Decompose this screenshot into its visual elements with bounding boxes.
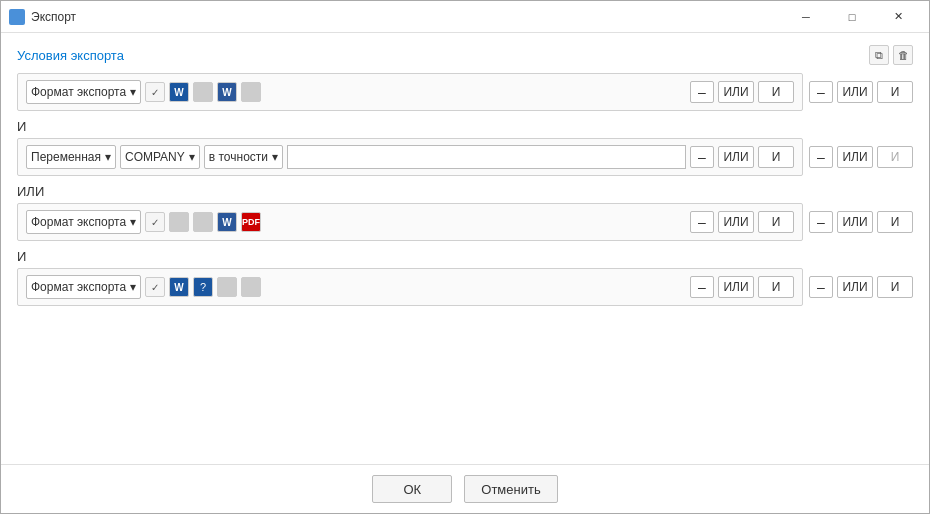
- row4-format-label: Формат экспорта: [31, 280, 126, 294]
- row1-wrapper: Формат экспорта ▾ ✓ W W – ИЛИ И: [17, 73, 913, 111]
- row4-side-btns: – ИЛИ И: [809, 276, 913, 298]
- row1-side-dash[interactable]: –: [809, 81, 833, 103]
- row2-var-label: Переменная: [31, 150, 101, 164]
- row2-side-or[interactable]: ИЛИ: [837, 146, 873, 168]
- export-window: Экспорт ─ □ ✕ Условия экспорта ⧉ 🗑 Форма…: [0, 0, 930, 514]
- row2-block: Переменная ▾ COMPANY ▾ в точности ▾: [17, 138, 803, 176]
- row4-side-dash[interactable]: –: [809, 276, 833, 298]
- row2-wrapper: Переменная ▾ COMPANY ▾ в точности ▾: [17, 138, 913, 176]
- row4-side-and[interactable]: И: [877, 276, 913, 298]
- row1-format-arrow: ▾: [130, 85, 136, 99]
- close-button[interactable]: ✕: [875, 1, 921, 33]
- row1-icon-check[interactable]: ✓: [145, 82, 165, 102]
- row4-dash[interactable]: –: [690, 276, 714, 298]
- row2-company-arrow: ▾: [189, 150, 195, 164]
- row1-icon-gray1[interactable]: [193, 82, 213, 102]
- row3-side-and[interactable]: И: [877, 211, 913, 233]
- copy-button[interactable]: ⧉: [869, 45, 889, 65]
- app-icon: [9, 9, 25, 25]
- row3-block: Формат экспорта ▾ ✓ W PDF – ИЛИ И: [17, 203, 803, 241]
- row3-and[interactable]: И: [758, 211, 794, 233]
- delete-button[interactable]: 🗑: [893, 45, 913, 65]
- row2-side-and[interactable]: И: [877, 146, 913, 168]
- section-title: Условия экспорта: [17, 48, 124, 63]
- row2-company-select[interactable]: COMPANY ▾: [120, 145, 200, 169]
- row3-side-dash[interactable]: –: [809, 211, 833, 233]
- row2-condition-label: в точности: [209, 150, 268, 164]
- connector1: И: [17, 115, 913, 138]
- row2-condition-arrow: ▾: [272, 150, 278, 164]
- row1-side-or[interactable]: ИЛИ: [837, 81, 873, 103]
- row3-icon-gray1[interactable]: [169, 212, 189, 232]
- row4-format-select[interactable]: Формат экспорта ▾: [26, 275, 141, 299]
- row4-icon-gray2[interactable]: [241, 277, 261, 297]
- row1-block: Формат экспорта ▾ ✓ W W – ИЛИ И: [17, 73, 803, 111]
- window-title: Экспорт: [31, 10, 783, 24]
- row4-icon-blue[interactable]: W: [169, 277, 189, 297]
- row4-icon-question[interactable]: ?: [193, 277, 213, 297]
- row4-and[interactable]: И: [758, 276, 794, 298]
- row2-side-dash[interactable]: –: [809, 146, 833, 168]
- row2-var-arrow: ▾: [105, 150, 111, 164]
- footer: ОК Отменить: [1, 464, 929, 513]
- row4-format-arrow: ▾: [130, 280, 136, 294]
- row1-format-label: Формат экспорта: [31, 85, 126, 99]
- row2-and[interactable]: И: [758, 146, 794, 168]
- row1-and[interactable]: И: [758, 81, 794, 103]
- ok-button[interactable]: ОК: [372, 475, 452, 503]
- row2-side-btns: – ИЛИ И: [809, 146, 913, 168]
- row3-format-arrow: ▾: [130, 215, 136, 229]
- row3-block-area: Формат экспорта ▾ ✓ W PDF – ИЛИ И: [17, 203, 803, 241]
- row3-dash[interactable]: –: [690, 211, 714, 233]
- row3-side-or[interactable]: ИЛИ: [837, 211, 873, 233]
- row1-dash[interactable]: –: [690, 81, 714, 103]
- row1-icon-blue[interactable]: W: [169, 82, 189, 102]
- section-actions: ⧉ 🗑: [869, 45, 913, 65]
- row3-icon-check[interactable]: ✓: [145, 212, 165, 232]
- row2-value-input[interactable]: [287, 145, 686, 169]
- cancel-button[interactable]: Отменить: [464, 475, 557, 503]
- row3-format-select[interactable]: Формат экспорта ▾: [26, 210, 141, 234]
- maximize-button[interactable]: □: [829, 1, 875, 33]
- row1-side-and[interactable]: И: [877, 81, 913, 103]
- row3-icon-pdf[interactable]: PDF: [241, 212, 261, 232]
- row1-block-area: Формат экспорта ▾ ✓ W W – ИЛИ И: [17, 73, 803, 111]
- row1-icon-word[interactable]: W: [217, 82, 237, 102]
- row1-side-btns: – ИЛИ И: [809, 81, 913, 103]
- row2-company-label: COMPANY: [125, 150, 185, 164]
- row3-icon-gray2[interactable]: [193, 212, 213, 232]
- row4-wrapper: Формат экспорта ▾ ✓ W ? – ИЛИ И – ИЛИ: [17, 268, 913, 306]
- row2-dash[interactable]: –: [690, 146, 714, 168]
- row3-icon-word[interactable]: W: [217, 212, 237, 232]
- connector3: И: [17, 245, 913, 268]
- row1-format-select[interactable]: Формат экспорта ▾: [26, 80, 141, 104]
- row3-or[interactable]: ИЛИ: [718, 211, 754, 233]
- row4-icon-gray1[interactable]: [217, 277, 237, 297]
- minimize-button[interactable]: ─: [783, 1, 829, 33]
- row2-var-select[interactable]: Переменная ▾: [26, 145, 116, 169]
- content-area: Условия экспорта ⧉ 🗑 Формат экспорта ▾ ✓…: [1, 33, 929, 464]
- row3-side-btns: – ИЛИ И: [809, 211, 913, 233]
- row1-icon-gray2[interactable]: [241, 82, 261, 102]
- row2-condition-select[interactable]: в точности ▾: [204, 145, 283, 169]
- row3-format-label: Формат экспорта: [31, 215, 126, 229]
- title-bar: Экспорт ─ □ ✕: [1, 1, 929, 33]
- connector2: ИЛИ: [17, 180, 913, 203]
- section-header: Условия экспорта ⧉ 🗑: [17, 45, 913, 65]
- row4-block-area: Формат экспорта ▾ ✓ W ? – ИЛИ И: [17, 268, 803, 306]
- row2-or[interactable]: ИЛИ: [718, 146, 754, 168]
- window-controls: ─ □ ✕: [783, 1, 921, 33]
- row3-wrapper: Формат экспорта ▾ ✓ W PDF – ИЛИ И – ИЛИ: [17, 203, 913, 241]
- row4-icon-check[interactable]: ✓: [145, 277, 165, 297]
- row4-block: Формат экспорта ▾ ✓ W ? – ИЛИ И: [17, 268, 803, 306]
- row1-or[interactable]: ИЛИ: [718, 81, 754, 103]
- row4-or[interactable]: ИЛИ: [718, 276, 754, 298]
- row2-block-area: Переменная ▾ COMPANY ▾ в точности ▾: [17, 138, 803, 176]
- row4-side-or[interactable]: ИЛИ: [837, 276, 873, 298]
